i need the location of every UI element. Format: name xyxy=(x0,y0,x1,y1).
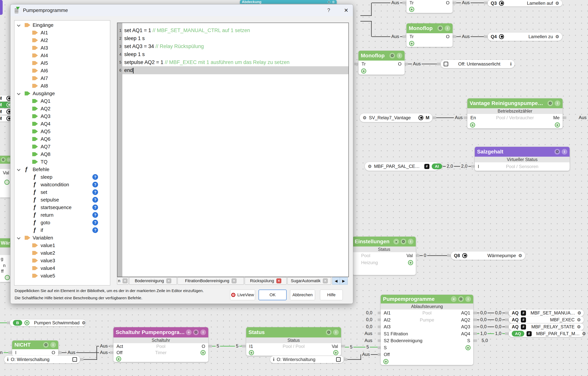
block-lamellen-auf-monoflop[interactable]: TrO+ xyxy=(407,0,452,13)
editor-line-5[interactable]: 5setpulse AQ2 = 1 // MBF_EXEC mit 1 ausf… xyxy=(122,58,348,66)
tree-item-AQ7[interactable]: AQ7 xyxy=(14,143,110,150)
help-icon[interactable]: ? xyxy=(92,189,98,195)
block-status-block[interactable]: Status⚙iStatusI1Pool / PoolVal++ xyxy=(246,327,341,356)
gear-icon[interactable]: ⚙ xyxy=(193,330,199,335)
pill-q8-waermepumpe[interactable]: Q8Wärmepumpe⚙ xyxy=(451,251,525,260)
editor-line-6[interactable]: 6end xyxy=(122,66,348,74)
connector-stub[interactable] xyxy=(473,339,477,342)
tree-section-befehle[interactable]: ƒBefehle xyxy=(14,166,110,173)
tree-item-value1[interactable]: value1 xyxy=(14,242,110,249)
pill-winterschaltung-nicht[interactable]: iO: Winterschaltung→ xyxy=(4,356,80,363)
chevron-down-icon[interactable] xyxy=(17,236,20,239)
gear-icon[interactable]: ⚙ xyxy=(437,25,443,31)
gear-icon[interactable]: ⚙ xyxy=(82,320,86,325)
dialog-help-button[interactable]: ? xyxy=(323,4,334,16)
gear-icon[interactable]: ⚙ xyxy=(327,0,330,3)
connector-stub[interactable] xyxy=(437,63,441,65)
block-monoflop-1[interactable]: Monoflop⚙iTrO+ xyxy=(358,51,405,75)
tree-item-startsequence[interactable]: ƒstartsequence? xyxy=(14,204,110,211)
block-header[interactable]: Monoflop⚙i xyxy=(407,23,452,33)
close-tab-icon[interactable]: ✕ xyxy=(323,278,328,283)
tree-item-AI6[interactable]: AI6 xyxy=(14,67,110,74)
tree-item-AQ8[interactable]: AQ8 xyxy=(14,150,110,158)
pill-mbf-par-sal-ce[interactable]: ⚙MBF_PAR_SAL_CE…#AI xyxy=(365,162,439,171)
info-icon[interactable]: i xyxy=(555,100,560,106)
tree-item-AI5[interactable]: AI5 xyxy=(14,59,110,67)
plus-icon[interactable]: + xyxy=(451,296,457,302)
connector-stub[interactable] xyxy=(8,351,12,354)
info-icon[interactable]: i xyxy=(333,330,339,335)
connector-stub[interactable] xyxy=(505,319,509,321)
tree-item-AI4[interactable]: AI4 xyxy=(14,52,110,59)
connector-stub[interactable] xyxy=(505,332,509,335)
add-output-icon[interactable]: + xyxy=(333,350,338,355)
block-header[interactable]: Status⚙i xyxy=(246,327,341,337)
block-header[interactable]: Schaltuhr Pumpenprogra…+⚙i xyxy=(114,327,208,337)
scroll-left-icon[interactable]: ◀ xyxy=(333,277,340,285)
tree-item-AI1[interactable]: AI1 xyxy=(14,29,110,36)
tree-item-setpulse[interactable]: ƒsetpulse? xyxy=(14,196,110,204)
gear-icon[interactable]: ⚙ xyxy=(326,330,332,335)
help-icon[interactable]: ? xyxy=(92,174,98,180)
editor-line-1[interactable]: 1set AQ1 = 1 // MBF_SET_MANUAL_CTRL auf … xyxy=(122,26,348,34)
add-port-icon[interactable] xyxy=(4,180,10,185)
connector-stub[interactable] xyxy=(110,345,114,347)
add-input-icon[interactable]: + xyxy=(249,350,254,355)
help-icon[interactable]: ? xyxy=(92,227,98,233)
close-tab-icon[interactable]: ✕ xyxy=(276,278,281,283)
add-input-icon[interactable]: + xyxy=(116,356,121,361)
tree-item-TQ[interactable]: TQ xyxy=(14,158,110,166)
tab-Rückspülung[interactable]: Rückspülung✕ xyxy=(245,277,287,285)
editor-line-3[interactable]: 3set AQ3 = 34 // Relay Rückspülung xyxy=(122,42,348,50)
pill-q4-lamellen-zu[interactable]: Q4Lamellen zu⚙ xyxy=(488,33,562,41)
add-input-icon[interactable]: + xyxy=(409,7,414,12)
connector-stub[interactable] xyxy=(58,351,62,354)
liveview-button[interactable]: LiveView xyxy=(230,290,255,300)
info-icon[interactable]: i xyxy=(465,296,471,302)
tree-item-waitcondition[interactable]: ƒwaitcondition? xyxy=(14,181,110,188)
pill-sv-relay7-vantage[interactable]: ⚙SV_Relay7_VantageM xyxy=(360,113,432,122)
tree-item-if[interactable]: ƒif? xyxy=(14,226,110,234)
add-output-icon[interactable]: + xyxy=(200,350,206,355)
block-nicht[interactable]: NICHT⚙iIO xyxy=(12,341,58,356)
connector-stub[interactable] xyxy=(341,345,345,347)
add-output-icon[interactable]: + xyxy=(465,345,471,350)
tree-item-AI2[interactable]: AI2 xyxy=(14,36,110,44)
gear-icon[interactable]: ⚙ xyxy=(577,317,581,322)
pill-q3-lamellen-auf[interactable]: Q3Lamellen auf⚙ xyxy=(488,0,562,6)
connector-stub[interactable] xyxy=(471,165,475,168)
tree-item-AQ5[interactable]: AQ5 xyxy=(14,128,110,135)
gear-icon[interactable]: ⚙ xyxy=(368,164,372,169)
gear-icon[interactable]: ⚙ xyxy=(555,149,560,155)
info-icon[interactable]: i xyxy=(332,0,335,3)
tree-item-AQ6[interactable]: AQ6 xyxy=(14,135,110,143)
tab-n[interactable]: n✕ xyxy=(117,277,128,285)
tree-item-value4[interactable]: value4 xyxy=(14,264,110,272)
plus-icon[interactable]: + xyxy=(186,330,192,335)
tree-item-set[interactable]: ƒset? xyxy=(14,188,110,196)
gear-icon[interactable]: ⚙ xyxy=(555,34,559,39)
add-input-icon[interactable]: + xyxy=(470,122,475,128)
ok-button[interactable]: OK xyxy=(259,290,287,300)
block-header[interactable]: Monoflop⚙i xyxy=(358,51,405,61)
connector-stub[interactable] xyxy=(402,1,406,4)
pill-mbf-set-manual[interactable]: AQ#MBF_SET_MANUA…⚙ xyxy=(509,310,584,316)
connector-stub[interactable] xyxy=(344,358,347,361)
block-einstellungen[interactable]: Einstellungen●⚙iStatusPoolValHeizung+ xyxy=(352,237,416,275)
help-icon[interactable]: ? xyxy=(92,205,98,210)
gear-icon[interactable]: ⚙ xyxy=(582,331,586,336)
add-output-icon[interactable]: + xyxy=(555,122,560,128)
pill-mbf-par-filt[interactable]: AQ#MBF_PAR_FILT_M…⚙ xyxy=(509,330,584,337)
library-tree[interactable]: EingängeAI1AI2AI3AI4AI5AI6AI7AI8Ausgänge… xyxy=(14,20,110,285)
script-editor[interactable]: 1set AQ1 = 1 // MBF_SET_MANUAL_CTRL auf … xyxy=(117,22,349,277)
pin-icon[interactable]: ● xyxy=(393,239,399,244)
pill-mbf-relay-state[interactable]: AQ#MBF_RELAY_STATE⚙ xyxy=(509,323,584,330)
connector-stub[interactable] xyxy=(463,116,467,119)
tree-item-AQ1[interactable]: AQ1 xyxy=(14,97,110,105)
tree-item-sleep[interactable]: ƒsleep? xyxy=(14,173,110,181)
block-abdeckung[interactable]: Abdeckung⚙i xyxy=(240,0,337,4)
connector-stub[interactable] xyxy=(416,254,420,257)
chevron-down-icon[interactable] xyxy=(17,23,20,27)
gear-icon[interactable]: ⚙ xyxy=(547,100,553,106)
connector-stub[interactable] xyxy=(208,345,212,347)
